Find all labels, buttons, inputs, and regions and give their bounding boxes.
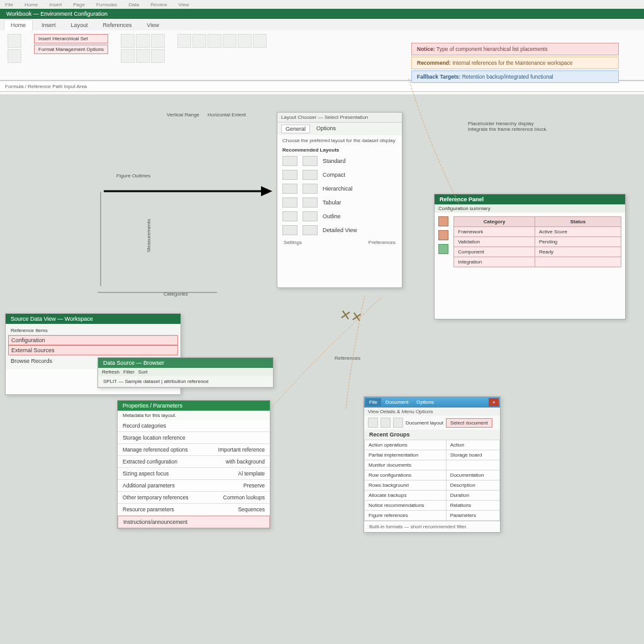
properties-window: Properties / Parameters Metadata for thi… <box>117 400 270 529</box>
dialog-footer: Settings Preferences <box>277 237 402 248</box>
menu-item[interactable]: File <box>5 2 13 8</box>
ribbon-tab[interactable]: References <box>97 20 138 30</box>
property-row[interactable]: Manage referenced optionsImportant refer… <box>118 444 270 456</box>
connector-line <box>402 79 478 217</box>
ribbon-button[interactable] <box>208 34 221 48</box>
ribbon-button[interactable] <box>136 49 150 63</box>
ribbon-button[interactable] <box>151 49 165 63</box>
title-bar: Workbook — Environment Configuration <box>0 9 644 19</box>
panel-icon[interactable] <box>438 216 448 226</box>
ribbon-tab[interactable]: View <box>141 20 165 30</box>
ribbon-group <box>118 33 167 77</box>
dialog-footer-link[interactable]: Settings <box>284 240 302 245</box>
ribbon-button[interactable] <box>136 34 150 48</box>
layout-thumb-icon <box>282 170 297 180</box>
chart-x-axis <box>97 286 223 299</box>
ribbon-highlight-2[interactable]: Format Management Options <box>34 45 108 54</box>
ribbon-tab[interactable]: Insert <box>35 20 62 30</box>
ribbon-tab[interactable]: Layout <box>65 20 94 30</box>
layout-chooser-dialog: Layout Chooser — Select Presentation Gen… <box>277 112 402 288</box>
panel-icon[interactable] <box>438 230 448 240</box>
panel-link[interactable]: Browse Records <box>11 358 52 364</box>
dialog-footer-link[interactable]: Preferences <box>369 240 396 245</box>
menu-item[interactable]: Insert <box>49 2 62 8</box>
connector-line <box>270 296 396 421</box>
ribbon-highlight-1[interactable]: Insert Hierarchical Set <box>34 34 108 43</box>
property-row-highlighted[interactable]: Instructions/announcement <box>118 516 270 528</box>
table-row[interactable]: Rows backgroundDescription <box>365 480 500 491</box>
table-row[interactable]: Action operationsAction <box>365 440 500 450</box>
ribbon-button[interactable] <box>177 34 191 48</box>
callout-notice: Notice: Type of component hierarchical l… <box>411 43 619 55</box>
table-row[interactable]: Partial implementationStorage board <box>365 450 500 460</box>
menu-item[interactable]: Page <box>73 2 85 8</box>
ribbon-button[interactable] <box>151 34 165 48</box>
toolbar-button[interactable]: Filter <box>123 369 135 375</box>
ribbon-button[interactable] <box>8 34 21 48</box>
panel-row-highlighted[interactable]: Configuration <box>8 335 178 345</box>
menu-item[interactable]: View <box>178 2 189 8</box>
arrow-right-icon <box>104 184 274 199</box>
layout-option[interactable]: Hierarchical <box>277 182 402 196</box>
table-row[interactable]: Notice recommendationsRelations <box>365 501 500 511</box>
menu-item[interactable]: Review <box>150 2 167 8</box>
dialog-header: Layout Chooser — Select Presentation <box>277 113 402 123</box>
panel-header: Source Data View — Workspace <box>6 314 180 324</box>
ribbon-group <box>5 33 24 77</box>
close-icon[interactable]: × <box>489 398 499 406</box>
property-row[interactable]: Record categories <box>118 420 270 432</box>
property-row[interactable]: Other temporary referencesCommon lookups <box>118 492 270 504</box>
layout-option[interactable]: Standard <box>277 154 402 168</box>
property-row[interactable]: Extracted configurationwith background <box>118 456 270 468</box>
ribbon-button[interactable] <box>121 34 135 48</box>
layout-thumb-icon <box>303 156 318 166</box>
dialog-tab[interactable]: Options <box>313 125 340 133</box>
window-footer: Built-in formats — short recommended fil… <box>364 521 500 532</box>
panel-icon[interactable] <box>438 244 448 254</box>
layout-thumb-icon <box>282 156 297 166</box>
toolbar-button[interactable]: Sort <box>138 369 148 375</box>
menu-item[interactable]: Home <box>25 2 38 8</box>
table-row[interactable]: Figure referencesParameters <box>365 511 500 521</box>
ribbon-tab-home[interactable]: Home <box>4 19 33 30</box>
table-row[interactable]: Allocate backupsDuration <box>365 491 500 501</box>
table-row[interactable]: ValidationPending <box>454 237 621 247</box>
layout-option[interactable]: Tabular <box>277 196 402 209</box>
ribbon-button[interactable] <box>253 34 267 48</box>
layout-thumb-icon <box>282 197 297 208</box>
window-header: Properties / Parameters <box>118 401 270 411</box>
ribbon-button[interactable] <box>223 34 236 48</box>
window-tab[interactable]: Options <box>413 398 438 406</box>
table-row[interactable]: Row configurationsDocumentation <box>365 470 500 480</box>
window-row[interactable]: SPLIT — Sample dataset | attribution ref… <box>98 376 273 387</box>
select-document-button[interactable]: Select document <box>446 418 492 428</box>
layout-option[interactable]: Outline <box>277 209 402 223</box>
layout-option[interactable]: Detailed View <box>277 223 402 237</box>
property-row[interactable]: Resource parametersSequences <box>118 504 270 516</box>
panel-row-highlighted[interactable]: External Sources <box>8 345 178 355</box>
ribbon-button[interactable] <box>192 34 206 48</box>
section-header: Recent Groups <box>364 430 500 440</box>
dialog-tabs: General Options <box>277 123 402 135</box>
panel-row[interactable]: Reference Items <box>8 326 178 335</box>
table-row[interactable]: Integration <box>454 257 621 267</box>
property-row[interactable]: Sizing aspect focusAl template <box>118 468 270 480</box>
document-table: Action operationsAction Partial implemen… <box>364 440 500 521</box>
menu-item[interactable]: Data <box>128 2 139 8</box>
layout-option[interactable]: Compact <box>277 168 402 182</box>
property-row[interactable]: Additional parametersPreserve <box>118 480 270 492</box>
ribbon-button[interactable] <box>121 49 135 63</box>
table-row[interactable]: Monitor documents <box>365 460 500 470</box>
ribbon-button[interactable] <box>238 34 252 48</box>
table-row[interactable]: FrameworkActive Score <box>454 227 621 237</box>
dialog-tab[interactable]: General <box>281 125 310 133</box>
ribbon-tabs: Home Insert Layout References View <box>0 19 644 30</box>
menu-item[interactable]: Formulas <box>96 2 117 8</box>
dialog-section: Recommended Layouts <box>277 146 402 154</box>
toolbar-button[interactable]: Refresh <box>102 369 119 375</box>
reference-table: CategoryStatus FrameworkActive Score Val… <box>453 216 621 267</box>
ribbon-button[interactable] <box>8 49 21 63</box>
table-row[interactable]: ComponentReady <box>454 247 621 257</box>
property-row[interactable]: Storage location reference <box>118 432 270 444</box>
layout-thumb-icon <box>282 211 297 221</box>
